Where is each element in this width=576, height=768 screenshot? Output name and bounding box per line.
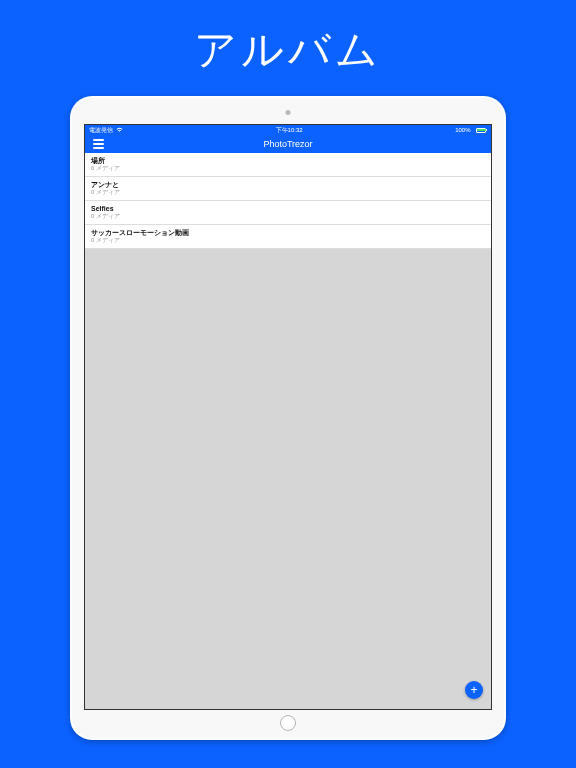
menu-button[interactable]: [89, 135, 107, 153]
content-area: 場所 6 メディア アンナと 0 メディア Selfies 0 メディア サッカ…: [85, 153, 491, 709]
clock-label: 下午10:32: [276, 126, 303, 135]
home-button[interactable]: [280, 715, 296, 731]
list-item[interactable]: サッカースローモーション動画 0 メディア: [85, 225, 491, 249]
list-item[interactable]: Selfies 0 メディア: [85, 201, 491, 225]
album-title: 場所: [91, 156, 485, 165]
tablet-bezel: 電波発信 下午10:32 100%: [72, 98, 504, 738]
album-list: 場所 6 メディア アンナと 0 メディア Selfies 0 メディア サッカ…: [85, 153, 491, 249]
nav-title: PhotoTrezor: [263, 139, 312, 149]
album-title: アンナと: [91, 180, 485, 189]
album-subtitle: 0 メディア: [91, 189, 485, 197]
add-button[interactable]: +: [465, 681, 483, 699]
nav-bar: PhotoTrezor: [85, 135, 491, 153]
status-right: 100%: [455, 127, 487, 133]
album-subtitle: 0 メディア: [91, 213, 485, 221]
screen: 電波発信 下午10:32 100%: [84, 124, 492, 710]
menu-icon: [93, 139, 104, 149]
album-subtitle: 6 メディア: [91, 165, 485, 173]
plus-icon: +: [470, 684, 477, 696]
status-left: 電波発信: [89, 126, 123, 135]
tablet-frame: 電波発信 下午10:32 100%: [70, 96, 506, 740]
battery-percent: 100%: [455, 127, 470, 133]
album-title: サッカースローモーション動画: [91, 228, 485, 237]
wifi-icon: [116, 127, 123, 134]
battery-icon: [474, 128, 488, 133]
status-bar: 電波発信 下午10:32 100%: [85, 125, 491, 135]
list-item[interactable]: 場所 6 メディア: [85, 153, 491, 177]
album-subtitle: 0 メディア: [91, 237, 485, 245]
list-item[interactable]: アンナと 0 メディア: [85, 177, 491, 201]
carrier-label: 電波発信: [89, 126, 113, 135]
page-heading: アルバム: [0, 0, 576, 78]
camera-dot: [286, 110, 291, 115]
album-title: Selfies: [91, 204, 485, 213]
